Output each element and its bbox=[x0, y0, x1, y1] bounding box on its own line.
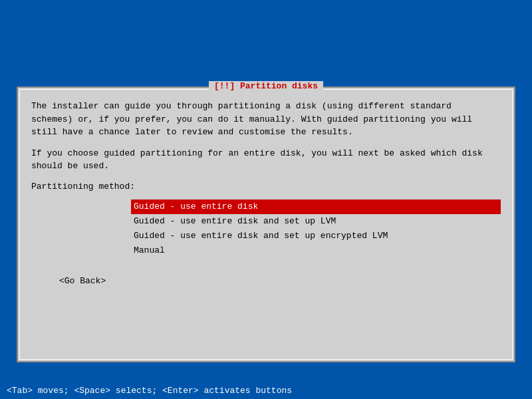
options-list: Guided - use entire disk Guided - use en… bbox=[131, 200, 501, 259]
option-guided-encrypted-lvm[interactable]: Guided - use entire disk and set up encr… bbox=[131, 229, 501, 243]
desc-line-3: still have a chance later to review and … bbox=[31, 127, 353, 137]
option-manual[interactable]: Manual bbox=[131, 243, 501, 258]
desc-line-5: If you choose guided partitioning for an… bbox=[31, 148, 483, 158]
desc-line-2: schemes) or, if you prefer, you can do i… bbox=[31, 114, 472, 124]
desc-line-1: The installer can guide you through part… bbox=[31, 101, 452, 111]
content-area: The installer can guide you through part… bbox=[18, 88, 514, 295]
option-guided-lvm[interactable]: Guided - use entire disk and set up LVM bbox=[131, 214, 501, 229]
description-paragraph-2: If you choose guided partitioning for an… bbox=[31, 147, 501, 173]
dialog-title: [!!] Partition disks bbox=[209, 81, 323, 91]
dialog-window: [!!] Partition disks The installer can g… bbox=[17, 86, 515, 362]
desc-line-6: should be used. bbox=[31, 161, 109, 171]
go-back-button[interactable]: <Go Back> bbox=[58, 275, 107, 288]
partitioning-method-label: Partitioning method: bbox=[31, 181, 501, 193]
option-guided-entire-disk[interactable]: Guided - use entire disk bbox=[131, 200, 501, 214]
status-bar-text: <Tab> moves; <Space> selects; <Enter> ac… bbox=[7, 386, 292, 396]
status-bar: <Tab> moves; <Space> selects; <Enter> ac… bbox=[0, 382, 532, 399]
description-paragraph-1: The installer can guide you through part… bbox=[31, 100, 501, 139]
